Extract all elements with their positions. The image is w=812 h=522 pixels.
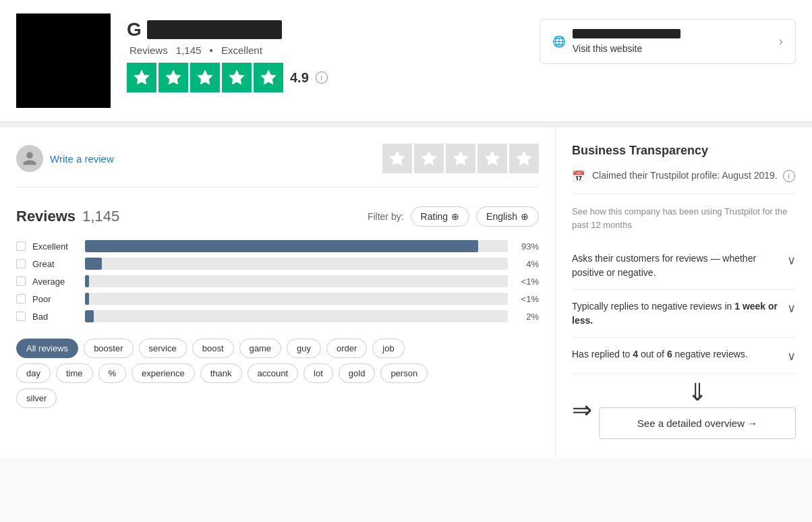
rating-checkbox-average[interactable] [16,277,26,286]
rating-checkbox-excellent[interactable] [16,241,26,251]
accordion-replies-negative[interactable]: Typically replies to negative reviews in… [572,290,796,338]
rating-label-great: Great [32,259,78,269]
accordion-asks-reviews[interactable]: Asks their customers for reviews — wheth… [572,242,796,290]
filter-language-chevron-icon: ⊕ [521,211,529,222]
bar-fill-average [85,275,89,287]
visit-website-card[interactable]: 🌐 Visit this website › [540,19,796,64]
business-transparency: Business Transparency 📅 Claimed their Tr… [572,144,796,439]
bar-percent-excellent: 93% [515,241,539,252]
tag-game[interactable]: game [239,339,282,358]
star-4 [222,63,252,92]
globe-icon: 🌐 [552,35,566,48]
visit-website-label: Visit this website [573,43,772,54]
chevron-down-icon-2: ∨ [787,301,796,316]
chevron-down-icon-3: ∨ [787,349,796,364]
transparency-title: Business Transparency [572,144,796,158]
bullet: • [210,45,213,56]
tag-percent[interactable]: % [98,364,127,383]
tag-service[interactable]: service [139,339,187,358]
rating-label-average: Average [32,277,78,287]
separator [0,122,812,127]
star-2 [158,63,188,92]
write-review-label: Write a review [50,153,114,165]
tag-boost[interactable]: boost [192,339,234,358]
claimed-text: Claimed their Trustpilot profile: August… [592,170,778,181]
filter-label: Filter by: [368,211,404,222]
tags-row-2: day time % experience thank account lot … [16,364,539,383]
tag-account[interactable]: account [248,364,299,383]
star-3 [190,63,220,92]
tag-order[interactable]: order [326,339,367,358]
empty-star-5 [509,144,539,173]
filter-language-button[interactable]: English ⊕ [476,206,539,227]
company-info: G Reviews 1,145 • Excellent [127,13,523,92]
star-1 [127,63,156,92]
tag-job[interactable]: job [372,339,404,358]
rating-row-average[interactable]: Average <1% [16,275,539,287]
bar-percent-great: 4% [515,259,539,269]
rating-label-excellent: Excellent [32,241,78,252]
bar-fill-great [85,258,102,270]
domain-bar-redacted [573,29,680,38]
rating-checkbox-poor[interactable] [16,294,26,303]
rating-row-excellent[interactable]: Excellent 93% [16,240,539,252]
accordion-replied-count[interactable]: Has replied to 4 out of 6 negative revie… [572,338,796,374]
tag-gold[interactable]: gold [339,364,376,383]
empty-star-1 [382,144,412,173]
bar-bad [85,310,508,322]
reviews-summary: Reviews 1,145 • Excellent [127,45,523,56]
bar-average [85,275,508,287]
main-content: Write a review [0,127,812,458]
bottom-section: ⇒ ⇓ See a detailed overview → [572,380,796,439]
bar-excellent [85,240,508,252]
tags-row-1: All reviews booster service boost game g… [16,339,539,358]
avatar [16,145,43,172]
right-panel: Business Transparency 📅 Claimed their Tr… [556,127,812,458]
tag-thank[interactable]: thank [200,364,242,383]
rating-checkbox-bad[interactable] [16,312,26,321]
accordion-text-1: Asks their customers for reviews — wheth… [572,252,780,280]
tag-lot[interactable]: lot [303,364,333,383]
tag-experience[interactable]: experience [132,364,195,383]
claimed-info-icon[interactable]: i [783,170,795,182]
reviews-heading: Reviews [16,208,76,225]
rating-label-poor: Poor [32,294,78,304]
chevron-down-icon-1: ∨ [787,253,796,268]
see-detailed-overview-button[interactable]: See a detailed overview → [599,407,796,439]
tag-person[interactable]: person [380,364,428,383]
bar-poor [85,293,508,305]
tag-guy[interactable]: guy [287,339,321,358]
rating-row-bad[interactable]: Bad 2% [16,310,539,322]
rating-info-icon[interactable]: i [316,71,328,84]
chevron-right-icon: › [779,34,783,49]
rating-checkbox-great[interactable] [16,259,26,268]
rating-label-bad: Bad [32,312,78,322]
filter-rating-plus-icon: ⊕ [451,211,459,222]
bar-fill-excellent [85,240,478,252]
tag-silver[interactable]: silver [16,388,57,408]
accordion-text-3: Has replied to 4 out of 6 negative revie… [572,347,748,361]
rating-row-poor[interactable]: Poor <1% [16,293,539,305]
how-using-text: See how this company has been using Trus… [572,205,796,231]
tag-day[interactable]: day [16,364,51,383]
bar-percent-poor: <1% [515,294,539,304]
arrow-right-icon: ⇒ [572,398,592,422]
tags-row-3: silver [16,388,539,408]
tag-booster[interactable]: booster [84,339,133,358]
top-section: G Reviews 1,145 • Excellent [0,0,812,122]
accordion-text-2: Typically replies to negative reviews in… [572,299,780,328]
filter-rating-button[interactable]: Rating ⊕ [411,206,469,227]
empty-star-rating[interactable] [382,144,539,173]
write-review-link[interactable]: Write a review [16,145,114,172]
stars-row: 4.9 i [127,63,523,92]
bar-fill-bad [85,310,94,322]
tag-all-reviews[interactable]: All reviews [16,339,78,358]
empty-star-3 [446,144,475,173]
reviews-label: Reviews [129,45,168,56]
empty-star-4 [477,144,507,173]
tag-time[interactable]: time [56,364,93,383]
reviews-title: Reviews 1,145 [16,208,119,225]
rating-row-great[interactable]: Great 4% [16,258,539,270]
bar-fill-poor [85,293,89,305]
company-name: G [127,19,523,40]
